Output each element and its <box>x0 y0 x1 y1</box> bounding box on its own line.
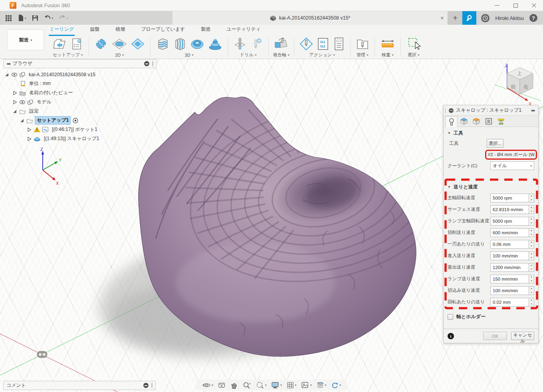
setup-sheet-button[interactable] <box>332 36 346 51</box>
dialog-tab-passes[interactable] <box>482 116 495 127</box>
tree-root-label[interactable]: kai-A.20140205162443508 v15 <box>27 71 97 78</box>
ramp-spindle-speed-input[interactable] <box>490 217 529 226</box>
info-icon[interactable]: i <box>448 333 454 339</box>
tree-pocket1-label[interactable]: [(0:46:17)] ポケット1 <box>50 126 99 133</box>
display-settings-button[interactable]: ▾ <box>269 380 283 390</box>
tree-row-named-views[interactable]: 名前の付いたビュー <box>4 88 101 97</box>
3d-spiral-button[interactable] <box>207 37 223 51</box>
pan-button[interactable] <box>228 380 240 390</box>
tree-row-pocket1[interactable]: [(0:46:17)] ポケット1 <box>4 125 101 134</box>
redo-button[interactable]: ▾ <box>57 14 70 22</box>
lead-in-feedrate-input[interactable] <box>490 251 529 260</box>
job-status-button[interactable] <box>462 11 476 25</box>
plunge-feedrate-input[interactable] <box>490 286 529 295</box>
zoom-window-button[interactable]: ▾ <box>254 380 268 390</box>
collapsed-arrow-icon[interactable] <box>26 136 32 142</box>
origin-marker[interactable] <box>37 351 47 358</box>
comment-resize-grip[interactable] <box>151 383 153 388</box>
spin-up-button[interactable]: ▲ <box>529 229 534 233</box>
ammonite-model[interactable] <box>139 79 474 356</box>
viewports-button[interactable]: ▾ <box>299 380 313 390</box>
spin-down-button[interactable]: ▼ <box>529 210 534 214</box>
group-label-multiaxis[interactable]: 複合軸▾ <box>273 51 289 58</box>
spin-down-button[interactable]: ▼ <box>529 279 534 283</box>
browser-minimize-icon[interactable] <box>144 61 149 66</box>
dialog-tab-heights[interactable] <box>470 116 482 127</box>
tab-milling[interactable]: ミーリング <box>49 24 75 36</box>
tab-inspection[interactable]: プローブしています <box>140 24 186 36</box>
spin-up-button[interactable]: ▲ <box>529 275 534 279</box>
drill-button[interactable] <box>232 36 248 51</box>
shaft-holder-checkbox[interactable] <box>448 314 453 320</box>
eye-icon[interactable] <box>19 99 26 105</box>
lead-out-feedrate-input[interactable] <box>490 263 529 272</box>
grid-snaps-button[interactable]: ▾ <box>285 380 298 390</box>
spin-down-button[interactable]: ▼ <box>529 291 534 295</box>
thread-button[interactable] <box>250 36 264 51</box>
save-button[interactable] <box>30 14 40 22</box>
simulate-button[interactable] <box>299 36 314 51</box>
3d-pocket-button[interactable] <box>172 36 187 51</box>
tool-section-header[interactable]: ▼ 工具 <box>444 127 538 138</box>
dialog-tab-tool[interactable] <box>445 116 458 127</box>
help-button[interactable]: ? <box>529 14 537 22</box>
cancel-button[interactable]: キャンセル <box>511 332 534 340</box>
spin-up-button[interactable]: ▲ <box>529 287 534 291</box>
group-label-2d[interactable]: 2D▾ <box>115 51 124 58</box>
spin-up-button[interactable]: ▲ <box>529 263 534 267</box>
tree-units-label[interactable]: 単位 : mm <box>28 80 52 87</box>
tree-row-units[interactable]: 単位 : mm <box>4 79 101 88</box>
tab-utilities[interactable]: ユーティリティ <box>226 24 262 36</box>
feeds-section-header[interactable]: ▼ 送りと速度 <box>444 182 538 192</box>
group-label-actions[interactable]: アクション▾ <box>309 51 335 58</box>
maximize-button[interactable] <box>506 0 525 11</box>
tree-setup1-label[interactable]: セットアップ1 <box>35 116 71 125</box>
feed-per-revolution-input[interactable] <box>490 298 529 307</box>
tree-row-settings[interactable]: 設定 <box>4 107 101 116</box>
expanded-arrow-icon[interactable] <box>19 118 25 123</box>
visual-style-button[interactable]: ▾ <box>315 380 328 390</box>
new-document-tab-button[interactable]: + <box>448 11 462 25</box>
active-setup-radio-icon[interactable] <box>72 117 79 124</box>
collapsed-arrow-icon[interactable] <box>12 90 18 96</box>
tool-select-button[interactable]: 選択... <box>487 139 503 148</box>
expanded-arrow-icon[interactable] <box>12 109 18 114</box>
tree-row-model[interactable]: モデル <box>4 97 101 107</box>
measure-button[interactable] <box>379 37 396 51</box>
tree-settings-label[interactable]: 設定 <box>28 107 40 115</box>
coolant-dropdown[interactable]: オイル ▾ <box>490 161 534 170</box>
document-tab-close[interactable]: × <box>440 15 444 21</box>
group-label-select[interactable]: 選択▾ <box>408 51 420 58</box>
clock-button[interactable] <box>481 14 489 22</box>
tree-named-views-label[interactable]: 名前の付いたビュー <box>28 89 74 97</box>
tab-additive[interactable]: 積層 <box>115 24 126 36</box>
spindle-speed-input[interactable] <box>490 194 529 202</box>
tree-scallop1-label[interactable]: [(1:49:13)] スキャロップ1 <box>42 135 101 143</box>
group-label-drilling[interactable]: ドリル▾ <box>240 51 256 58</box>
orbit-button[interactable]: ▾ <box>200 380 215 390</box>
spin-down-button[interactable]: ▼ <box>529 221 534 225</box>
feed-per-tooth-input[interactable] <box>490 240 529 249</box>
tab-turning[interactable]: 旋盤 <box>89 24 100 36</box>
comment-minimize-icon[interactable] <box>143 383 149 388</box>
look-at-button[interactable] <box>216 380 227 390</box>
undo-button[interactable]: ▾ <box>42 14 55 22</box>
view-cube[interactable]: Z 上 前 右 X <box>494 62 541 107</box>
post-process-button[interactable]: G1G2 <box>316 36 330 51</box>
group-label-3d[interactable]: 3D▾ <box>185 51 194 58</box>
spin-down-button[interactable]: ▼ <box>529 244 534 248</box>
surface-speed-input[interactable] <box>490 205 529 214</box>
browser-collapse-icon[interactable]: ◀◀ <box>6 62 10 65</box>
ncprogram-button[interactable]: G <box>69 37 84 51</box>
tool-library-button[interactable] <box>355 36 370 51</box>
expanded-arrow-icon[interactable] <box>4 72 10 77</box>
tree-row-setup1[interactable]: セットアップ1 <box>4 116 101 125</box>
app-grid-button[interactable] <box>3 14 14 23</box>
spin-down-button[interactable]: ▼ <box>529 233 534 237</box>
tree-row-scallop1[interactable]: [(1:49:13)] スキャロップ1 <box>4 134 101 143</box>
2d-face-button[interactable] <box>111 37 128 51</box>
document-tab[interactable]: kai-A.20140205162443508 v15* × <box>172 11 448 25</box>
tab-fabrication[interactable]: 製造 <box>200 24 211 36</box>
file-menu-button[interactable]: ▾ <box>16 13 28 23</box>
collapsed-arrow-icon[interactable] <box>12 99 18 105</box>
